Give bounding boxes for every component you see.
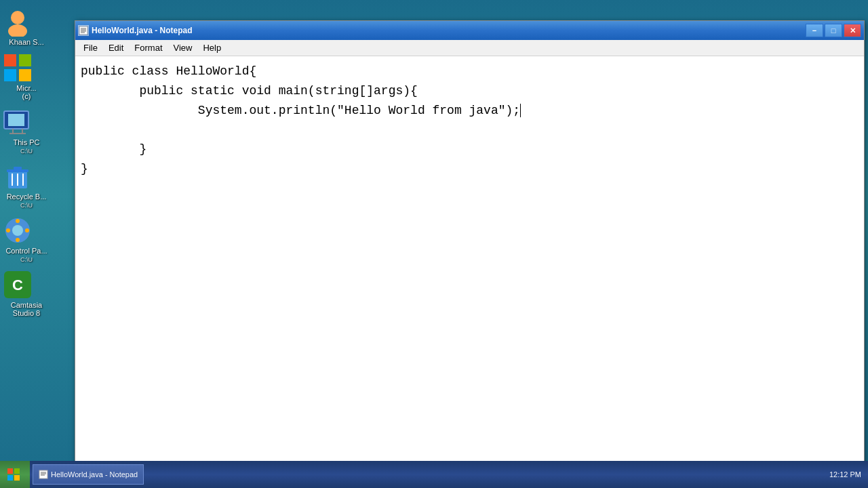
taskbar-notepad-item[interactable]: HelloWorld.java - Notepad: [33, 464, 144, 485]
taskbar-notepad-label: HelloWorld.java - Notepad: [51, 470, 138, 479]
recycle-path: C:\U: [3, 202, 50, 209]
start-button[interactable]: [0, 461, 30, 488]
close-button[interactable]: ✕: [844, 24, 861, 37]
svg-rect-30: [7, 468, 13, 474]
svg-rect-2: [4, 54, 16, 66]
desktop-icon-controlpanel[interactable]: Control Pa... C:\U: [0, 216, 51, 263]
desktop-icon-recycle-label: Recycle B...: [3, 192, 50, 201]
desktop-icon-thispc[interactable]: This PC C:\U: [0, 107, 51, 155]
menu-file[interactable]: File: [78, 40, 103, 56]
taskbar: HelloWorld.java - Notepad 12:12 PM: [0, 461, 868, 488]
desktop-icon-user[interactable]: Khaan S...: [0, 7, 51, 46]
svg-rect-5: [19, 69, 31, 81]
svg-point-20: [16, 238, 20, 242]
menu-help[interactable]: Help: [197, 40, 226, 56]
desktop-icon-camtasia-label: CamtasiaStudio 8: [3, 301, 50, 317]
svg-rect-13: [14, 167, 22, 169]
text-cursor: [520, 104, 521, 117]
svg-point-18: [12, 225, 23, 236]
desktop-icon-microsoft-label: Micr...(c): [3, 84, 50, 100]
window-controls: − □ ✕: [806, 24, 861, 37]
svg-rect-31: [14, 468, 20, 474]
desktop-icon-user-label: Khaan S...: [3, 38, 50, 46]
notepad-window: HelloWorld.java - Notepad − □ ✕ File Edi…: [75, 20, 865, 481]
code-text: public class HelloWorld{ public static v…: [81, 62, 859, 179]
taskbar-items: HelloWorld.java - Notepad: [30, 461, 823, 488]
desktop-icons-container: Khaan S... Micr...(c) This PC C:\U: [0, 0, 54, 461]
svg-rect-34: [39, 470, 47, 479]
svg-text:C: C: [12, 277, 23, 293]
menu-bar: File Edit Format View Help: [75, 40, 864, 56]
svg-point-21: [6, 228, 10, 232]
svg-point-19: [16, 219, 20, 223]
svg-rect-8: [12, 129, 14, 133]
notepad-app-icon: [78, 25, 89, 36]
svg-rect-9: [22, 129, 23, 133]
taskbar-clock: 12:12 PM: [823, 470, 868, 479]
minimize-button[interactable]: −: [806, 24, 823, 37]
menu-edit[interactable]: Edit: [103, 40, 129, 56]
desktop-icon-recycle[interactable]: Recycle B... C:\U: [0, 161, 51, 209]
desktop-icon-microsoft: Micr...(c): [0, 53, 51, 100]
maximize-button[interactable]: □: [825, 24, 842, 37]
svg-rect-7: [8, 114, 24, 126]
control-path: C:\U: [3, 256, 50, 263]
window-title: HelloWorld.java - Notepad: [92, 26, 806, 35]
thispc-path: C:\U: [3, 148, 50, 155]
menu-format[interactable]: Format: [129, 40, 167, 56]
svg-rect-12: [7, 169, 28, 172]
desktop-icon-camtasia[interactable]: C CamtasiaStudio 8: [0, 270, 51, 317]
svg-rect-33: [14, 475, 20, 481]
editor-area[interactable]: public class HelloWorld{ public static v…: [75, 56, 864, 470]
svg-rect-25: [79, 26, 87, 35]
svg-rect-32: [7, 475, 13, 481]
desktop-icon-controlpanel-label: Control Pa...: [3, 247, 50, 255]
title-bar: HelloWorld.java - Notepad − □ ✕: [75, 21, 864, 40]
desktop: Khaan S... Micr...(c) This PC C:\U: [0, 0, 868, 488]
svg-rect-10: [9, 133, 26, 134]
svg-rect-3: [19, 54, 31, 66]
svg-point-22: [25, 228, 29, 232]
svg-rect-4: [4, 69, 16, 81]
svg-point-1: [8, 24, 27, 37]
svg-point-0: [11, 11, 24, 24]
menu-view[interactable]: View: [168, 40, 198, 56]
desktop-icon-thispc-label: This PC: [3, 138, 50, 146]
